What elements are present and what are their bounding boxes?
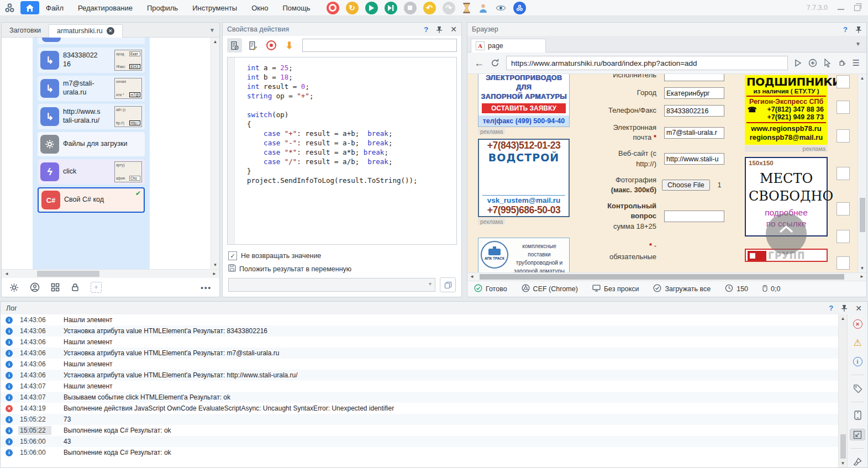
scroll-left-icon[interactable]: ◄ bbox=[470, 274, 474, 279]
scroll-down-icon[interactable]: ▼ bbox=[213, 262, 218, 267]
restart-button[interactable]: ↻ bbox=[346, 2, 359, 14]
page-hscrollbar[interactable]: ◄ ► bbox=[467, 272, 866, 281]
page-vscrollbar[interactable]: ▲ ▼ bbox=[858, 74, 866, 272]
scroll-up-icon[interactable]: ▲ bbox=[841, 316, 845, 321]
browser-tab-page[interactable]: A page bbox=[471, 39, 546, 52]
window-minimize-button[interactable] bbox=[838, 9, 844, 10]
action-edit-icon[interactable] bbox=[245, 38, 260, 52]
code-text[interactable]: int a = 25;int b = 18;int result = 0;str… bbox=[235, 57, 456, 244]
tab-close-icon[interactable]: ✕ bbox=[107, 27, 114, 35]
scroll-up-icon[interactable]: ▲ bbox=[860, 76, 865, 81]
action-card-own-csharp-code[interactable]: C#Свой C# код✔ bbox=[38, 187, 145, 213]
snippets-hscrollbar[interactable]: ◄ ► bbox=[2, 269, 219, 278]
settings-gear-icon[interactable] bbox=[9, 283, 19, 292]
form-input-executor[interactable] bbox=[664, 74, 724, 81]
undo-button[interactable]: ↶ bbox=[423, 2, 436, 14]
vscroll-thumb[interactable] bbox=[840, 434, 846, 459]
ad-podshipniki[interactable]: ПОДШИПНИКИ из наличия ( ЕТУ.ТУ ) Регион-… bbox=[745, 75, 828, 145]
form-input-email[interactable]: m7@stali-urala.r bbox=[664, 127, 724, 139]
step-button[interactable] bbox=[385, 2, 397, 14]
browser-menu-icon[interactable]: ☰ bbox=[853, 58, 860, 68]
menu-file[interactable]: Файл bbox=[46, 4, 64, 12]
action-card-set-value-site[interactable]: ↳http://www.s tali-urala.ru/айт (сttp://… bbox=[38, 104, 145, 129]
scroll-right-icon[interactable]: ► bbox=[212, 271, 217, 276]
close-icon[interactable]: ✕ bbox=[450, 25, 457, 34]
menu-edit[interactable]: Редактирование bbox=[78, 4, 133, 12]
action-settings-icon[interactable] bbox=[227, 38, 242, 52]
wait-hourglass-icon[interactable] bbox=[462, 3, 471, 13]
help-icon[interactable]: ? bbox=[829, 304, 833, 312]
menu-profile[interactable]: Профиль bbox=[147, 4, 178, 12]
tabs-dropdown-icon[interactable]: ▼ bbox=[209, 27, 215, 33]
form-input-phone-fax[interactable]: 83433802216 bbox=[664, 105, 724, 117]
ad-electroprivod[interactable]: ЭЛЕКТРОПРИВОДОВ ДЛЯЗАПОРНОЙ АРМАТУРЫ ОСТ… bbox=[478, 74, 570, 127]
record-action-icon[interactable] bbox=[264, 38, 278, 52]
tab-armaturshiki[interactable]: armaturshiki.ru ✕ bbox=[49, 24, 123, 38]
log-row[interactable]: ✕14:43:19Выполнение действия JavaScript … bbox=[1, 403, 838, 414]
zenno-service-icon[interactable] bbox=[513, 2, 526, 14]
redo-button[interactable]: ↷ bbox=[443, 2, 455, 14]
refresh-icon[interactable] bbox=[491, 59, 499, 67]
help-icon[interactable]: ? bbox=[843, 25, 848, 34]
play-button[interactable] bbox=[365, 2, 378, 14]
form-input-city[interactable]: Екатеринбург bbox=[664, 87, 724, 99]
menu-tools[interactable]: Инструменты bbox=[192, 4, 237, 12]
scroll-right-icon[interactable]: ► bbox=[860, 274, 864, 279]
tab-zagotovki[interactable]: Заготовки bbox=[2, 24, 49, 37]
menu-window[interactable]: Окно bbox=[251, 4, 268, 12]
log-row[interactable]: i14:43:06Нашли элемент bbox=[1, 336, 838, 348]
log-row[interactable]: i15:05:2273 bbox=[1, 414, 838, 425]
action-card-set-value-phone[interactable]: ↳834338022 16ородЕкат/Факс8343 bbox=[38, 48, 145, 73]
log-device-icon[interactable] bbox=[850, 410, 865, 421]
stop-button[interactable] bbox=[404, 2, 417, 14]
choose-file-button[interactable]: Choose File bbox=[662, 180, 710, 191]
action-card-click-event[interactable]: ϟclickарту)афияCho bbox=[38, 159, 145, 185]
help-icon[interactable]: ? bbox=[424, 25, 428, 34]
lock-icon[interactable] bbox=[71, 283, 80, 292]
record-button[interactable] bbox=[327, 2, 339, 14]
scroll-up-icon[interactable]: ▲ bbox=[213, 39, 218, 44]
filter-warnings-icon[interactable]: ⚠ bbox=[850, 338, 865, 349]
profile-user-icon[interactable] bbox=[478, 3, 488, 13]
no-return-checkbox[interactable]: ✓ bbox=[228, 251, 237, 260]
scroll-left-icon[interactable]: ◄ bbox=[4, 271, 9, 276]
copy-variable-button[interactable] bbox=[440, 277, 456, 292]
hscroll-thumb[interactable] bbox=[37, 271, 99, 277]
browser-tabs-dropdown-icon[interactable]: ▼ bbox=[855, 41, 861, 47]
log-row[interactable]: i14:43:07Нашли элемент bbox=[1, 381, 838, 392]
snippets-vscrollbar[interactable]: ▲ ▼ bbox=[211, 38, 219, 269]
pin-icon[interactable] bbox=[436, 26, 443, 33]
log-row[interactable]: i15:05:22Выполнение кода C# Результат: o… bbox=[1, 425, 838, 436]
variable-select[interactable] bbox=[228, 278, 435, 292]
action-card-set-value-email[interactable]: ↳m7@stali- urala.ruоннаяита *m7@ bbox=[38, 76, 145, 101]
menu-help[interactable]: Помощь bbox=[282, 4, 310, 12]
ad-apk-trask[interactable]: АПК ТРАСК комплексные поставкитрубопрово… bbox=[478, 238, 570, 272]
log-row[interactable]: i14:43:06Установка атрибута value HTMLEl… bbox=[1, 348, 838, 359]
back-icon[interactable]: ← bbox=[474, 57, 484, 69]
filter-errors-icon[interactable]: ✕ bbox=[850, 319, 865, 330]
grid-view-icon[interactable] bbox=[51, 283, 60, 292]
url-input[interactable]: https://www.armaturshiki.ru/board/index.… bbox=[506, 56, 788, 70]
log-row[interactable]: i14:43:06Нашли элемент bbox=[1, 359, 838, 370]
log-row[interactable]: i14:43:06Установка атрибута value HTMLEl… bbox=[1, 325, 838, 336]
add-tab-icon[interactable] bbox=[808, 59, 817, 67]
eye-watch-icon[interactable] bbox=[496, 4, 506, 12]
form-input-website[interactable]: http://www.stali-u bbox=[664, 153, 724, 165]
pin-icon[interactable] bbox=[855, 26, 862, 33]
scroll-to-top-button[interactable] bbox=[766, 213, 807, 254]
log-clear-brush-icon[interactable] bbox=[850, 456, 865, 467]
window-restore-button[interactable] bbox=[854, 5, 860, 11]
scroll-down-icon[interactable]: ▼ bbox=[841, 461, 845, 466]
log-row[interactable]: i14:43:07Вызываем событие click HTMLElem… bbox=[1, 392, 838, 403]
hscroll-thumb[interactable] bbox=[480, 274, 844, 280]
log-row[interactable]: i14:43:06Нашли элемент bbox=[1, 314, 838, 325]
profile-circle-icon[interactable] bbox=[30, 282, 40, 292]
more-options-button[interactable]: ••• bbox=[201, 283, 212, 292]
home-button[interactable] bbox=[20, 1, 39, 14]
action-card-partial[interactable] bbox=[38, 38, 145, 44]
log-labels-icon[interactable] bbox=[850, 383, 865, 394]
ad-button[interactable]: ОСТАВИТЬ ЗАЯВКУ bbox=[482, 103, 566, 113]
add-placeholder-icon[interactable]: + bbox=[91, 282, 102, 293]
log-row[interactable]: i14:43:06Установка атрибута value HTMLEl… bbox=[1, 370, 838, 381]
scroll-down-icon[interactable]: ▼ bbox=[860, 266, 865, 271]
